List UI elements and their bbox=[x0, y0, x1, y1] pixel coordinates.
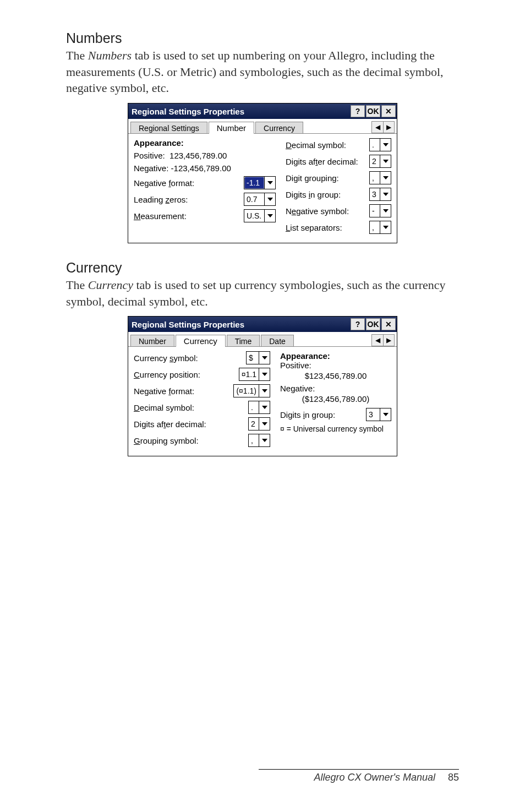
chevron-down-icon[interactable] bbox=[380, 172, 391, 184]
dialog-title: Regional Settings Properties bbox=[132, 320, 349, 329]
close-button[interactable]: ✕ bbox=[381, 318, 396, 330]
tab-number[interactable]: Number bbox=[209, 122, 254, 134]
digit-grouping-value: , bbox=[370, 172, 380, 184]
tab-left-button[interactable]: ◀ bbox=[372, 335, 383, 346]
measurement-value: U.S. bbox=[244, 210, 264, 222]
decimal-symbol-value: . bbox=[370, 139, 380, 151]
currency-body: The Currency tab is used to set up curre… bbox=[66, 277, 459, 309]
negative-value: -123,456,789.00 bbox=[171, 164, 231, 173]
negative-label: Negative: bbox=[280, 384, 391, 393]
text: The bbox=[66, 278, 88, 292]
digit-grouping-label: Digit grouping: bbox=[286, 173, 369, 183]
chevron-down-icon[interactable] bbox=[380, 155, 391, 167]
page-footer: Allegro CX Owner's Manual 85 bbox=[66, 769, 459, 783]
negative-symbol-combo[interactable]: - bbox=[369, 204, 391, 217]
universal-currency-note: ¤ = Universal currency symbol bbox=[280, 424, 391, 433]
negative-format-combo[interactable]: -1.1 bbox=[244, 176, 276, 189]
digits-after-combo[interactable]: 2 bbox=[248, 417, 270, 430]
tab-regional-settings[interactable]: Regional Settings bbox=[130, 122, 207, 133]
decimal-symbol-combo[interactable]: . bbox=[369, 138, 391, 151]
chevron-down-icon[interactable] bbox=[264, 210, 275, 222]
decimal-symbol-combo[interactable]: . bbox=[248, 401, 270, 414]
tab-right-button[interactable]: ▶ bbox=[383, 335, 394, 346]
digits-after-value: 2 bbox=[249, 418, 259, 430]
dialog-title: Regional Settings Properties bbox=[132, 107, 349, 116]
measurement-combo[interactable]: U.S. bbox=[244, 209, 276, 222]
tab-right-button[interactable]: ▶ bbox=[383, 122, 394, 133]
digits-after-value: 2 bbox=[370, 155, 380, 167]
negative-label: Negative: bbox=[134, 164, 168, 173]
negative-symbol-value: - bbox=[370, 205, 380, 217]
chevron-down-icon[interactable] bbox=[380, 408, 391, 421]
negative-value: ($123,456,789.00) bbox=[280, 394, 391, 404]
grouping-symbol-value: , bbox=[249, 434, 259, 446]
digits-in-group-label: Digits in group: bbox=[280, 410, 366, 419]
grouping-symbol-combo[interactable]: , bbox=[248, 434, 270, 447]
negative-format-combo[interactable]: (¤1.1) bbox=[233, 384, 270, 397]
currency-position-label: Currency position: bbox=[134, 370, 239, 379]
chevron-down-icon[interactable] bbox=[380, 221, 391, 233]
positive-value: $123,456,789.00 bbox=[280, 371, 391, 380]
currency-position-combo[interactable]: ¤1.1 bbox=[239, 368, 270, 381]
negative-symbol-label: Negative symbol: bbox=[286, 206, 369, 216]
negative-format-label: Negative format: bbox=[134, 178, 244, 188]
currency-symbol-combo[interactable]: $ bbox=[246, 351, 270, 364]
list-separators-combo[interactable]: , bbox=[369, 221, 391, 234]
currency-position-value: ¤1.1 bbox=[239, 368, 259, 380]
leading-zeros-value: 0.7 bbox=[244, 193, 264, 205]
currency-symbol-value: $ bbox=[247, 352, 259, 364]
tab-currency[interactable]: Currency bbox=[176, 335, 226, 347]
chevron-down-icon[interactable] bbox=[259, 368, 270, 380]
list-separators-label: List separators: bbox=[286, 223, 369, 232]
help-button[interactable]: ? bbox=[351, 105, 365, 117]
page-number: 85 bbox=[448, 772, 459, 783]
digits-in-group-value: 3 bbox=[367, 408, 380, 421]
grouping-symbol-label: Grouping symbol: bbox=[134, 436, 248, 445]
chevron-down-icon[interactable] bbox=[259, 418, 270, 430]
ok-button[interactable]: OK bbox=[366, 318, 380, 330]
chevron-down-icon[interactable] bbox=[380, 188, 391, 200]
digits-in-group-combo[interactable]: 3 bbox=[369, 188, 391, 201]
numbers-body: The Numbers tab is used to set up number… bbox=[66, 47, 459, 96]
chevron-down-icon[interactable] bbox=[264, 193, 275, 205]
tab-number[interactable]: Number bbox=[130, 335, 174, 346]
chevron-down-icon[interactable] bbox=[259, 401, 270, 413]
tab-spinner: ◀ ▶ bbox=[371, 121, 395, 133]
digit-grouping-combo[interactable]: , bbox=[369, 171, 391, 184]
leading-zeros-combo[interactable]: 0.7 bbox=[244, 193, 276, 206]
text: The bbox=[66, 48, 88, 62]
regional-settings-dialog-currency: Regional Settings Properties ? OK ✕ Numb… bbox=[128, 316, 397, 456]
ok-button[interactable]: OK bbox=[366, 105, 380, 117]
positive-label: Positive: bbox=[280, 361, 391, 370]
tabs-row: Regional Settings Number Currency ◀ ▶ bbox=[128, 119, 397, 134]
tab-left-button[interactable]: ◀ bbox=[372, 122, 383, 133]
currency-symbol-label: Currency symbol: bbox=[134, 353, 246, 363]
close-button[interactable]: ✕ bbox=[381, 105, 396, 117]
digits-after-label: Digits after decimal: bbox=[286, 157, 369, 166]
text-em: Numbers bbox=[88, 48, 132, 62]
titlebar: Regional Settings Properties ? OK ✕ bbox=[128, 317, 397, 332]
tab-currency[interactable]: Currency bbox=[255, 122, 303, 133]
tab-date[interactable]: Date bbox=[261, 335, 294, 346]
chevron-down-icon[interactable] bbox=[259, 352, 270, 364]
digits-after-combo[interactable]: 2 bbox=[369, 155, 391, 168]
chevron-down-icon[interactable] bbox=[259, 434, 270, 446]
chevron-down-icon[interactable] bbox=[264, 177, 275, 189]
decimal-symbol-value: . bbox=[249, 401, 259, 413]
chevron-down-icon[interactable] bbox=[380, 139, 391, 151]
digits-in-group-combo[interactable]: 3 bbox=[366, 408, 391, 421]
titlebar: Regional Settings Properties ? OK ✕ bbox=[128, 103, 397, 119]
negative-format-value: -1.1 bbox=[244, 177, 264, 189]
help-button[interactable]: ? bbox=[351, 318, 365, 330]
chevron-down-icon[interactable] bbox=[259, 385, 270, 397]
positive-label: Positive: bbox=[134, 151, 165, 160]
numbers-heading: Numbers bbox=[66, 30, 459, 46]
currency-heading: Currency bbox=[66, 260, 459, 276]
appearance-label: Appearance: bbox=[280, 351, 391, 361]
tab-time[interactable]: Time bbox=[227, 335, 260, 346]
decimal-symbol-label: Decimal symbol: bbox=[286, 140, 369, 150]
chevron-down-icon[interactable] bbox=[380, 205, 391, 217]
footer-title: Allegro CX Owner's Manual bbox=[314, 772, 435, 783]
leading-zeros-label: Leading zeros: bbox=[134, 195, 244, 204]
digits-in-group-value: 3 bbox=[370, 188, 380, 200]
